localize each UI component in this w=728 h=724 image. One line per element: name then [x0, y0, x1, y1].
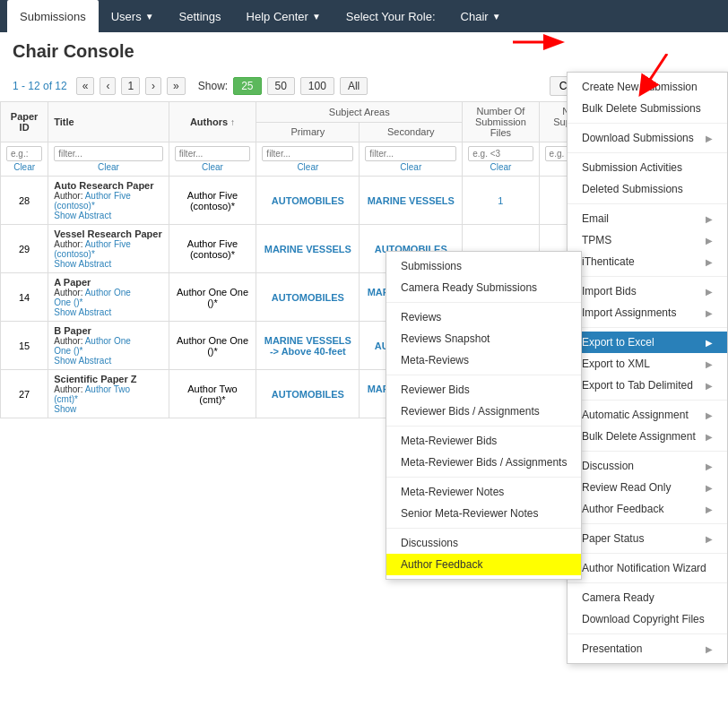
- submenu-item-discussions[interactable]: Discussions: [386, 532, 581, 554]
- submenu-arrow-icon: ▶: [706, 504, 713, 514]
- filter-title-input[interactable]: [54, 146, 162, 161]
- clear-primary-filter[interactable]: Clear: [297, 162, 318, 172]
- dropdown-item-discussion[interactable]: Discussion ▶: [568, 455, 727, 477]
- dropdown-divider: [568, 327, 727, 328]
- show-all-button[interactable]: All: [340, 77, 368, 95]
- show-abstract-link[interactable]: Show Abstract: [54, 307, 162, 317]
- dropdown-item-import-bids[interactable]: Import Bids ▶: [568, 280, 727, 302]
- dropdown-item-download-submissions[interactable]: Download Submissions ▶: [568, 127, 727, 149]
- cell-title: B Paper Author: Author One One ()* Show …: [48, 322, 169, 370]
- show-100-button[interactable]: 100: [300, 77, 334, 95]
- submenu-divider: [386, 302, 581, 303]
- dropdown-item-submission-activities[interactable]: Submission Activities: [568, 157, 727, 178]
- nav-tab-users[interactable]: Users ▼: [99, 0, 167, 32]
- dropdown-item-review-read-only[interactable]: Review Read Only ▶: [568, 477, 727, 498]
- current-page-button[interactable]: 1: [121, 77, 140, 95]
- nav-tab-helpcenter[interactable]: Help Center ▼: [234, 0, 334, 32]
- users-arrow-icon: ▼: [145, 12, 154, 22]
- dropdown-item-export-to-xml[interactable]: Export to XML ▶: [568, 353, 727, 375]
- show-abstract-link[interactable]: Show Abstract: [54, 211, 162, 220]
- prev-page-button[interactable]: ‹: [100, 77, 116, 95]
- filter-subfiles-input[interactable]: [468, 146, 533, 161]
- submenu-arrow-icon: ▶: [706, 236, 713, 246]
- dropdown-item-presentation[interactable]: Presentation ▶: [568, 638, 727, 659]
- th-num-submission-files: Number Of Submission Files: [463, 102, 539, 142]
- nav-tab-submissions[interactable]: Submissions: [7, 0, 99, 32]
- paper-title: Vessel Research Paper: [54, 228, 162, 239]
- th-authors: Authors ↑: [169, 102, 256, 142]
- cell-primary: MARINE VESSELS -> Above 40-feet: [256, 322, 360, 370]
- paper-title: A Paper: [54, 277, 162, 288]
- cell-title: A Paper Author: Author One One ()* Show …: [48, 273, 169, 322]
- nav-tab-chair[interactable]: Chair ▼: [448, 0, 514, 32]
- submenu-arrow-icon: ▶: [706, 483, 713, 493]
- dropdown-item-email[interactable]: Email ▶: [568, 208, 727, 229]
- submenu-divider: [386, 477, 581, 478]
- submenu-item-meta-reviewer-bids[interactable]: Meta-Reviewer Bids: [386, 430, 581, 452]
- filter-paper-id: Clear: [1, 142, 48, 177]
- submenu-item-senior-meta-reviewer-notes[interactable]: Senior Meta-Reviewer Notes: [386, 503, 581, 524]
- paper-title: Scientific Paper Z: [54, 374, 162, 384]
- filter-authors-input[interactable]: [175, 146, 251, 161]
- red-arrow-top: [613, 54, 676, 101]
- clear-title-filter[interactable]: Clear: [98, 162, 119, 172]
- dropdown-item-automatic-assignment[interactable]: Automatic Assignment ▶: [568, 404, 727, 426]
- dropdown-item-export-to-excel[interactable]: Export to Excel ▶: [568, 332, 727, 353]
- clear-subfiles-filter[interactable]: Clear: [490, 162, 511, 172]
- last-page-button[interactable]: »: [167, 77, 186, 95]
- dropdown-item-import-assignments[interactable]: Import Assignments ▶: [568, 302, 727, 323]
- dropdown-item-author-feedback[interactable]: Author Feedback ▶: [568, 498, 727, 520]
- show-label: Show:: [198, 80, 228, 92]
- author-link[interactable]: Author Five: [85, 239, 131, 249]
- submenu-item-camera-ready-submissions[interactable]: Camera Ready Submissions: [386, 277, 581, 298]
- first-page-button[interactable]: «: [76, 77, 95, 95]
- submenu-item-reviewer-bids[interactable]: Reviewer Bids: [386, 379, 581, 401]
- dropdown-item-author-notification-wizard[interactable]: Author Notification Wizard: [568, 557, 727, 579]
- dropdown-item-download-copyright-files[interactable]: Download Copyright Files: [568, 608, 727, 630]
- show-abstract-link[interactable]: Show Abstract: [54, 259, 162, 269]
- dropdown-item-paper-status[interactable]: Paper Status ▶: [568, 528, 727, 549]
- show-abstract-link[interactable]: Show: [54, 404, 162, 414]
- cell-authors: Author Five (contoso)*: [169, 225, 256, 273]
- submenu-item-reviewer-bids-assignments[interactable]: Reviewer Bids / Assignments: [386, 401, 581, 422]
- dropdown-divider: [568, 123, 727, 124]
- filter-authors: Clear: [169, 142, 256, 177]
- submenu-item-submissions[interactable]: Submissions: [386, 255, 581, 277]
- show-25-button[interactable]: 25: [233, 77, 261, 95]
- submenu-item-meta-reviews[interactable]: Meta-Reviews: [386, 349, 581, 371]
- export-submenu: Submissions Camera Ready Submissions Rev…: [386, 251, 582, 580]
- filter-primary-input[interactable]: [262, 146, 353, 161]
- submenu-arrow-icon: ▶: [706, 287, 713, 297]
- submenu-item-reviews-snapshot[interactable]: Reviews Snapshot: [386, 328, 581, 349]
- dropdown-area: Submissions Camera Ready Submissions Rev…: [567, 72, 728, 664]
- cell-primary: AUTOMOBILES: [256, 370, 360, 418]
- submenu-item-author-feedback[interactable]: Author Feedback: [386, 554, 581, 575]
- clear-paper-id-filter[interactable]: Clear: [13, 162, 35, 172]
- clear-secondary-filter[interactable]: Clear: [400, 162, 421, 172]
- dropdown-item-export-to-tab[interactable]: Export to Tab Delimited ▶: [568, 375, 727, 396]
- submenu-item-meta-reviewer-notes[interactable]: Meta-Reviewer Notes: [386, 481, 581, 503]
- next-page-button[interactable]: ›: [145, 77, 161, 95]
- filter-secondary-input[interactable]: [365, 146, 456, 161]
- cell-paper-id: 28: [1, 177, 48, 225]
- filter-paper-id-input[interactable]: [6, 146, 42, 161]
- show-abstract-link[interactable]: Show Abstract: [54, 356, 162, 366]
- submenu-item-reviews[interactable]: Reviews: [386, 306, 581, 328]
- dropdown-item-bulk-delete-assignment[interactable]: Bulk Delete Assignment ▶: [568, 426, 727, 447]
- submenu-arrow-icon: ▶: [706, 534, 713, 544]
- nav-tab-settings[interactable]: Settings: [167, 0, 234, 32]
- cell-paper-id: 27: [1, 370, 48, 418]
- author-link[interactable]: Author One: [85, 288, 131, 297]
- author-link[interactable]: Author One: [85, 336, 131, 346]
- dropdown-item-ithenticate[interactable]: iThenticate ▶: [568, 251, 727, 272]
- top-nav: Submissions Users ▼ Settings Help Center…: [0, 0, 728, 32]
- dropdown-item-deleted-submissions[interactable]: Deleted Submissions: [568, 178, 727, 200]
- author-link[interactable]: Author Two: [85, 384, 130, 394]
- show-50-button[interactable]: 50: [267, 77, 295, 95]
- dropdown-item-camera-ready[interactable]: Camera Ready: [568, 587, 727, 608]
- submenu-item-meta-reviewer-bids-assignments[interactable]: Meta-Reviewer Bids / Assignments: [386, 452, 581, 473]
- authors-sort-icon: ↑: [230, 117, 235, 127]
- clear-authors-filter[interactable]: Clear: [202, 162, 223, 172]
- dropdown-item-tpms[interactable]: TPMS ▶: [568, 229, 727, 251]
- author-link[interactable]: Author Five: [85, 191, 131, 201]
